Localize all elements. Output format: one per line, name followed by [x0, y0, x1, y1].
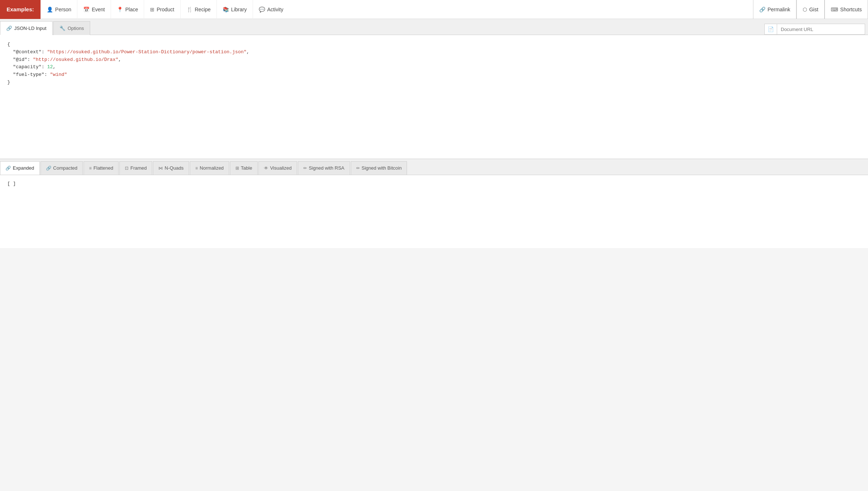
person-label: Person — [55, 7, 71, 12]
output-content: [ ] — [7, 181, 16, 186]
tab-signed-bitcoin[interactable]: ✏ Signed with Bitcoin — [351, 161, 407, 175]
code-id-line: "@id": "http://osuked.github.io/Drax", — [7, 56, 861, 64]
shortcuts-icon: ⌨ — [831, 7, 838, 12]
document-url-wrapper: 📄 — [764, 24, 865, 35]
table-icon: ⊞ — [235, 166, 239, 171]
options-icon: 🔧 — [59, 26, 65, 31]
tab-signed-rsa[interactable]: ✏ Signed with RSA — [298, 161, 350, 175]
library-icon: 📚 — [223, 7, 229, 12]
tab-table[interactable]: ⊞ Table — [230, 161, 258, 175]
gist-button[interactable]: ⬡ Gist — [796, 0, 825, 19]
signed-rsa-icon: ✏ — [303, 166, 307, 171]
editor-area: { "@context": "https://osuked.github.io/… — [0, 35, 868, 159]
tab-bar: 🔗 JSON-LD Input 🔧 Options 📄 — [0, 19, 868, 35]
key-id: "@id" — [13, 57, 27, 62]
key-context: "@context" — [13, 49, 42, 55]
product-label: Product — [157, 7, 174, 12]
navbar-right: 🔗 Permalink ⬡ Gist ⌨ Shortcuts — [753, 0, 868, 19]
code-context-line: "@context": "https://osuked.github.io/Po… — [7, 49, 861, 56]
expanded-icon: 🔗 — [5, 166, 11, 171]
recipe-icon: 🍴 — [187, 7, 193, 12]
tab-compacted[interactable]: 🔗 Compacted — [41, 161, 83, 175]
options-label: Options — [68, 26, 84, 31]
examples-button[interactable]: Examples: — [0, 0, 41, 19]
tab-normalized[interactable]: ≡ Normalized — [190, 161, 229, 175]
framed-label: Framed — [130, 165, 147, 171]
tab-visualized[interactable]: 👁 Visualized — [258, 161, 297, 175]
tab-bar-right: 📄 — [764, 24, 868, 35]
visualized-icon: 👁 — [264, 166, 268, 171]
normalized-label: Normalized — [200, 165, 224, 171]
tab-options[interactable]: 🔧 Options — [53, 21, 90, 35]
gist-label: Gist — [809, 7, 818, 12]
val-capacity: 12 — [47, 64, 53, 70]
expanded-label: Expanded — [13, 165, 34, 171]
shortcuts-label: Shortcuts — [840, 7, 862, 12]
framed-icon: ⊡ — [125, 166, 128, 171]
place-label: Place — [125, 7, 138, 12]
gist-icon: ⬡ — [803, 7, 807, 12]
key-capacity: "capacity" — [13, 64, 42, 70]
sidebar-item-library[interactable]: 📚 Library — [216, 0, 253, 19]
event-label: Event — [92, 7, 105, 12]
val-context: "https://osuked.github.io/Power-Station-… — [47, 49, 246, 55]
permalink-button[interactable]: 🔗 Permalink — [753, 0, 796, 19]
sidebar-item-place[interactable]: 📍 Place — [111, 0, 144, 19]
visualized-label: Visualized — [270, 165, 292, 171]
recipe-label: Recipe — [195, 7, 211, 12]
document-icon: 📄 — [765, 24, 777, 34]
tab-framed[interactable]: ⊡ Framed — [119, 161, 152, 175]
jsonld-icon: 🔗 — [6, 26, 12, 31]
document-url-input[interactable] — [777, 27, 865, 32]
code-brace-open: { — [7, 41, 861, 49]
val-fueltype: "wind" — [50, 72, 67, 77]
output-tabs: 🔗 Expanded 🔗 Compacted ≡ Flattened ⊡ Fra… — [0, 159, 868, 175]
signed-bitcoin-icon: ✏ — [356, 166, 360, 171]
sidebar-item-event[interactable]: 📅 Event — [77, 0, 111, 19]
table-label: Table — [241, 165, 252, 171]
normalized-icon: ≡ — [195, 166, 198, 171]
tab-bar-left: 🔗 JSON-LD Input 🔧 Options — [0, 21, 764, 35]
library-label: Library — [231, 7, 247, 12]
jsonld-label: JSON-LD Input — [14, 26, 46, 31]
navbar-left: Examples: 👤 Person 📅 Event 📍 Place ⊞ Pro… — [0, 0, 753, 19]
key-fueltype: "fuel-type" — [13, 72, 45, 77]
tab-nquads[interactable]: ⋈ N-Quads — [153, 161, 189, 175]
flattened-label: Flattened — [93, 165, 113, 171]
code-fueltype-line: "fuel-type": "wind" — [7, 71, 861, 79]
val-id: "http://osuked.github.io/Drax" — [33, 57, 118, 62]
nquads-label: N-Quads — [165, 165, 184, 171]
activity-label: Activity — [267, 7, 283, 12]
product-icon: ⊞ — [150, 7, 154, 12]
sidebar-item-product[interactable]: ⊞ Product — [144, 0, 180, 19]
code-brace-close: } — [7, 79, 861, 86]
compacted-icon: 🔗 — [46, 166, 51, 171]
shortcuts-button[interactable]: ⌨ Shortcuts — [825, 0, 868, 19]
output-area: [ ] — [0, 175, 868, 248]
place-icon: 📍 — [117, 7, 123, 12]
sidebar-item-person[interactable]: 👤 Person — [41, 0, 77, 19]
sidebar-item-recipe[interactable]: 🍴 Recipe — [180, 0, 217, 19]
person-icon: 👤 — [47, 7, 53, 12]
code-capacity-line: "capacity": 12, — [7, 63, 861, 71]
signed-rsa-label: Signed with RSA — [309, 165, 345, 171]
tab-flattened[interactable]: ≡ Flattened — [84, 161, 119, 175]
tab-jsonld-input[interactable]: 🔗 JSON-LD Input — [0, 21, 53, 35]
flattened-icon: ≡ — [89, 166, 92, 171]
activity-icon: 💬 — [259, 7, 265, 12]
nquads-icon: ⋈ — [158, 166, 163, 171]
tab-expanded[interactable]: 🔗 Expanded — [0, 161, 40, 175]
permalink-label: Permalink — [768, 7, 790, 12]
event-icon: 📅 — [83, 7, 89, 12]
sidebar-item-activity[interactable]: 💬 Activity — [253, 0, 289, 19]
signed-bitcoin-label: Signed with Bitcoin — [362, 165, 402, 171]
compacted-label: Compacted — [53, 165, 77, 171]
navbar: Examples: 👤 Person 📅 Event 📍 Place ⊞ Pro… — [0, 0, 868, 19]
permalink-icon: 🔗 — [759, 7, 765, 12]
